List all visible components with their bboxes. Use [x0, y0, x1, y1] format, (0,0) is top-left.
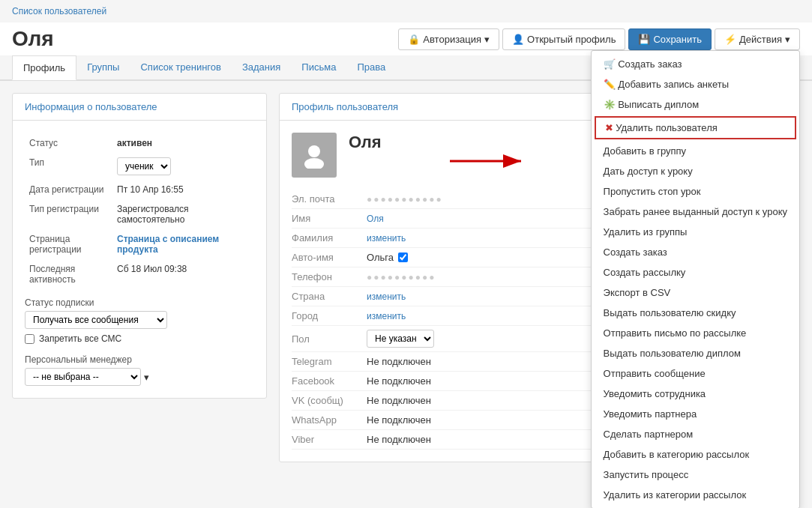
menu-give-discount[interactable]: Выдать пользователю скидку [592, 303, 799, 323]
pencil-icon: ✏️ [604, 79, 616, 90]
type-row: Тип ученик [26, 154, 253, 179]
menu-remove-group[interactable]: Удалить из группы [592, 222, 799, 242]
info-table: Статус активен Тип ученик [25, 133, 254, 290]
tab-tasks[interactable]: Задания [232, 55, 291, 79]
menu-send-mailing[interactable]: Отправить письмо по рассылке [592, 323, 799, 343]
autoname-label: Авто-имя [292, 252, 367, 263]
name-link[interactable]: Оля [367, 214, 384, 224]
open-profile-button[interactable]: 👤 Открытый профиль [502, 28, 625, 50]
city-value: изменить [367, 310, 406, 321]
menu-start-process[interactable]: Запустить процесс [592, 465, 799, 485]
viber-value: Не подключен [367, 434, 431, 445]
surname-label: Фамилия [292, 232, 367, 244]
last-activity-label: Последняя активность [26, 260, 112, 288]
viber-label: Viber [292, 434, 367, 445]
actions-label: Действия [739, 34, 782, 45]
actions-caret: ▾ [785, 34, 790, 45]
menu-create-order[interactable]: 🛒 Создать заказ [592, 54, 799, 74]
name-label: Имя [292, 213, 367, 224]
user-info-body: Статус активен Тип ученик [13, 121, 266, 398]
reg-page-label: Страница регистрации [26, 230, 112, 258]
telegram-value: Не подключен [367, 356, 431, 367]
user-icon: 👤 [512, 34, 524, 45]
times-icon: ✖ [605, 122, 613, 133]
svg-point-3 [304, 158, 324, 169]
actions-dropdown-menu: 🛒 Создать заказ ✏️ Добавить запись анкет… [591, 50, 800, 509]
manager-select[interactable]: -- не выбрана -- [25, 368, 141, 386]
tab-rights[interactable]: Права [346, 55, 396, 79]
menu-create-order-2[interactable]: Создать заказ [592, 242, 799, 262]
user-info-header: Информация о пользователе [13, 94, 266, 121]
actions-dropdown-container: ⚡ Действия ▾ 🛒 Создать заказ ✏️ Добавить… [715, 28, 800, 50]
menu-add-group[interactable]: Добавить в группу [592, 141, 799, 161]
save-button[interactable]: 💾 Сохранить [628, 28, 712, 50]
page-header: Оля 🔒 Авторизация ▾ 👤 Открытый профиль 💾… [0, 22, 812, 55]
lock-icon: 🔒 [408, 34, 420, 45]
country-link[interactable]: изменить [367, 291, 406, 302]
sms-checkbox[interactable] [25, 334, 34, 344]
cart-icon: 🛒 [604, 58, 616, 70]
reg-type-label: Тип регистрации [26, 200, 112, 229]
menu-make-partner[interactable]: Сделать партнером [592, 424, 799, 444]
save-label: Сохранить [653, 34, 702, 45]
last-activity-row: Последняя активность Сб 18 Июл 09:38 [26, 260, 253, 288]
auth-label: Авторизация [423, 34, 481, 45]
autoname-text: Ольга [367, 252, 394, 263]
menu-issue-diploma[interactable]: ✳️ Выписать диплом [592, 94, 799, 115]
email-value: ●●●●●●●●●●● [367, 194, 443, 205]
status-value: активен [114, 134, 253, 152]
menu-notify-employee[interactable]: Уведомить сотрудника [592, 384, 799, 404]
surname-link[interactable]: изменить [367, 233, 406, 244]
menu-create-mailing[interactable]: Создать рассылку [592, 262, 799, 282]
menu-delete-user[interactable]: ✖ Удалить пользователя [595, 116, 796, 139]
type-select[interactable]: ученик [117, 157, 171, 175]
left-panel: Информация о пользователе Статус активен… [12, 93, 267, 474]
manager-label: Персональный менеджер [25, 354, 254, 365]
menu-revoke-lesson-access[interactable]: Забрать ранее выданный доступ к уроку [592, 202, 799, 222]
country-label: Страна [292, 291, 367, 302]
subscription-label: Статус подписки [25, 297, 254, 308]
tab-trainings[interactable]: Список тренингов [130, 55, 232, 79]
menu-notify-partner[interactable]: Уведомить партнера [592, 404, 799, 424]
surname-value: изменить [367, 232, 406, 244]
auth-caret: ▾ [484, 34, 490, 45]
city-link[interactable]: изменить [367, 311, 406, 321]
telegram-label: Telegram [292, 356, 367, 367]
menu-send-message[interactable]: Отправить сообщение [592, 363, 799, 384]
menu-give-lesson-access[interactable]: Дать доступ к уроку [592, 161, 799, 181]
country-value: изменить [367, 291, 406, 302]
menu-export-csv[interactable]: Экспорт в CSV [592, 282, 799, 303]
menu-give-diploma[interactable]: Выдать пользователю диплом [592, 343, 799, 363]
tab-profile[interactable]: Профиль [12, 55, 76, 79]
autoname-checkbox[interactable] [398, 253, 408, 262]
menu-add-survey[interactable]: ✏️ Добавить запись анкеты [592, 74, 799, 94]
profile-user-name: Оля [349, 133, 382, 152]
manager-caret: ▾ [144, 372, 149, 383]
phone-label: Телефон [292, 271, 367, 282]
auth-button[interactable]: 🔒 Авторизация ▾ [398, 28, 499, 50]
whatsapp-value: Не подключен [367, 414, 431, 426]
breadcrumb-link[interactable]: Список пользователей [12, 6, 106, 16]
sms-checkbox-row: Запретить все СМС [25, 329, 254, 348]
menu-skip-stop-lesson[interactable]: Пропустить стоп урок [592, 181, 799, 202]
tab-letters[interactable]: Письма [291, 55, 346, 79]
autoname-value: Ольга [367, 252, 408, 263]
vk-label: VK (сообщ) [292, 395, 367, 406]
city-label: Город [292, 310, 367, 321]
whatsapp-label: WhatsApp [292, 414, 367, 426]
name-value: Оля [367, 213, 384, 224]
last-activity-value: Сб 18 Июл 09:38 [114, 260, 253, 288]
gender-select[interactable]: Не указан Мужской Женский [367, 330, 434, 348]
reg-page-value: Страница с описанием продукта [114, 230, 253, 258]
sms-label: Запретить все СМС [39, 333, 121, 344]
subscription-select[interactable]: Получать все сообщения [25, 311, 167, 329]
actions-button[interactable]: ⚡ Действия ▾ [715, 28, 800, 50]
phone-value: ●●●●●●●●●● [367, 272, 436, 282]
menu-remove-mailing-category[interactable]: Удалить из категории рассылок [592, 485, 799, 505]
type-label: Тип [26, 154, 112, 179]
reg-date-row: Дата регистрации Пт 10 Апр 16:55 [26, 181, 253, 199]
subscription-section: Статус подписки Получать все сообщения [25, 297, 254, 329]
menu-add-mailing-category[interactable]: Добавить в категорию рассылок [592, 444, 799, 465]
tab-groups[interactable]: Группы [76, 55, 130, 79]
reg-date-value: Пт 10 Апр 16:55 [114, 181, 253, 199]
